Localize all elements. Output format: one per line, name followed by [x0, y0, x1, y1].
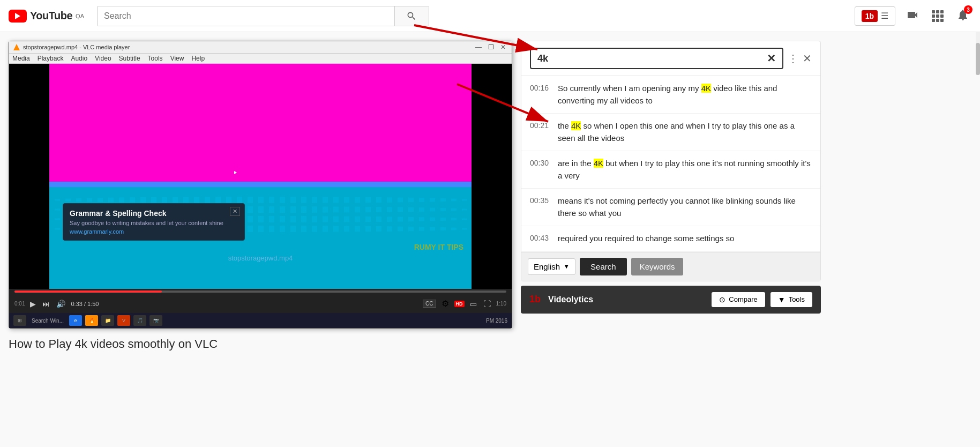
taskbar-browser2[interactable]: 🔥	[85, 315, 98, 326]
vlc-menu-audio[interactable]: Audio	[71, 55, 87, 62]
vlc-fullscreen-button[interactable]: ⛶	[482, 299, 492, 309]
vlc-title: stopstoragepwd.mp4 - VLC media player	[13, 44, 130, 50]
transcript-close-button[interactable]: ✕	[803, 52, 812, 65]
tools-icon: ▼	[778, 295, 786, 304]
transcript-text-3: means it's not coming perfectly you cann…	[558, 195, 812, 219]
vlc-menu-subtitle[interactable]: Subtitle	[119, 55, 140, 62]
vlc-window-controls: — ❐ ✕	[474, 43, 507, 51]
vlc-cone-icon	[13, 44, 20, 50]
transcript-time-4: 00:43	[530, 233, 549, 245]
compare-icon: ⊙	[719, 295, 725, 304]
vlc-controls: 0:01 ▶ ⏭ 🔊 0:33 / 1:50 CC ⚙ HD ▭ ⛶ 1:10	[9, 294, 512, 313]
vlc-titlebar: stopstoragepwd.mp4 - VLC media player — …	[9, 41, 512, 54]
logo-text: YouTube	[30, 10, 72, 22]
transcript-time-3: 00:35	[530, 195, 549, 219]
transcript-search-clear-button[interactable]: ✕	[767, 52, 776, 65]
taskbar-app3[interactable]: V	[117, 315, 130, 326]
search-input[interactable]	[98, 6, 394, 26]
vlc-progress-fill	[14, 290, 162, 293]
upload-icon	[906, 9, 919, 21]
vlc-cc-button[interactable]: CC	[423, 300, 436, 308]
vlc-volume-button[interactable]: 🔊	[55, 299, 66, 309]
grid-icon	[932, 10, 944, 22]
apps-button[interactable]	[930, 8, 946, 24]
vlc-close-button[interactable]: ✕	[499, 43, 507, 51]
youtube-logo[interactable]: YouTubeQA	[9, 10, 84, 23]
language-selector[interactable]: English ▼	[528, 258, 575, 275]
grammarly-desc: Say goodbye to writing mistakes and let …	[70, 220, 238, 226]
ib-menu-button[interactable]: 1b ☰	[855, 6, 895, 26]
vlc-pip-button[interactable]: ▭	[469, 299, 478, 309]
compare-button[interactable]: ⊙ Compare	[712, 292, 765, 307]
notification-badge: 3	[964, 5, 972, 14]
search-bar	[97, 6, 429, 26]
video-title: How to Play 4k videos smoothly on VLC	[9, 337, 512, 351]
vlc-menu-media[interactable]: Media	[12, 55, 30, 62]
transcript-more-options-button[interactable]: ⋮	[788, 52, 798, 65]
taskbar-time: PM 2016	[486, 318, 507, 324]
taskbar-folder[interactable]: 📁	[101, 315, 114, 326]
right-panel: ✕ ⋮ ✕	[521, 41, 821, 351]
vlc-menu-playback[interactable]: Playback	[38, 55, 64, 62]
vlc-time-display: 0:33 / 1:50	[71, 301, 99, 307]
vlc-minimize-button[interactable]: —	[474, 43, 483, 51]
vlc-next-button[interactable]: ⏭	[41, 299, 51, 309]
scrollbar-thumb	[976, 43, 980, 75]
compare-label: Compare	[729, 295, 757, 303]
videolytics-label: Videolytics	[548, 295, 593, 304]
videolytics-logo-icon: 1b	[529, 294, 541, 305]
language-label: English	[534, 262, 560, 271]
vlc-watermark2: stopstoragepwd.mp4	[228, 254, 293, 262]
transcript-text-4: required you required to change some set…	[558, 233, 734, 245]
vlc-magenta	[49, 64, 472, 187]
search-transcript-button[interactable]: Search	[580, 258, 627, 275]
vlc-play-button[interactable]: ▶	[29, 299, 37, 309]
transcript-search-box: ✕	[530, 48, 783, 69]
transcript-text-0: So currently when I am opening any my 4K…	[558, 83, 812, 107]
taskbar-browser1[interactable]: e	[69, 315, 82, 326]
transcript-time-2: 00:30	[530, 158, 549, 182]
keywords-button[interactable]: Keywords	[631, 258, 684, 275]
search-button[interactable]	[394, 6, 429, 26]
transcript-item-0[interactable]: 00:16 So currently when I am opening any…	[521, 76, 820, 114]
transcript-item-3[interactable]: 00:35 means it's not coming perfectly yo…	[521, 189, 820, 226]
taskbar-search-label: Search Win...	[32, 318, 64, 324]
page-scrollbar[interactable]	[976, 32, 980, 75]
vlc-settings-icon: ⚙	[440, 297, 450, 310]
tools-label: Tools	[789, 295, 805, 303]
grammarly-title: Grammar & Spelling Check	[70, 209, 238, 218]
vlc-menu-tools[interactable]: Tools	[148, 55, 163, 62]
vlc-progress-track[interactable]	[14, 290, 506, 293]
videolytics-panel: 1b Videolytics ⊙ Compare ▼ Tools	[521, 286, 821, 314]
main-content: stopstoragepwd.mp4 - VLC media player — …	[0, 32, 980, 360]
vlc-title-text: stopstoragepwd.mp4 - VLC media player	[23, 44, 130, 50]
transcript-item-2[interactable]: 00:30 are in the 4K but when I try to pl…	[521, 151, 820, 189]
taskbar-app4[interactable]: 🎵	[133, 315, 146, 326]
vlc-menu-help[interactable]: Help	[191, 55, 205, 62]
header-actions: 1b ☰ 3	[855, 6, 971, 26]
vlc-watermark: RUMY IT TIPS	[414, 243, 463, 251]
transcript-item-4[interactable]: 00:43 required you required to change so…	[521, 226, 820, 252]
grammarly-close-button[interactable]: ✕	[230, 207, 240, 216]
vlc-restore-button[interactable]: ❐	[487, 43, 496, 51]
transcript-text-2: are in the 4K but when I try to play thi…	[558, 158, 812, 182]
upload-button[interactable]	[904, 6, 921, 25]
notifications-button[interactable]: 3	[954, 6, 971, 25]
taskbar-start[interactable]: ⊞	[13, 315, 26, 326]
taskbar-app5[interactable]: 📷	[149, 315, 162, 326]
vlc-taskbar: ⊞ Search Win... e 🔥 📁 V 🎵 📷 PM 2016	[9, 313, 512, 328]
grammarly-popup: ✕ Grammar & Spelling Check Say goodbye t…	[63, 203, 245, 241]
vlc-black-left	[9, 64, 49, 289]
transcript-item-1[interactable]: 00:21 the 4K so when I open this one and…	[521, 114, 820, 151]
transcript-header: ✕ ⋮ ✕	[521, 41, 820, 76]
tools-button[interactable]: ▼ Tools	[770, 292, 812, 307]
vlc-hd-badge: HD	[454, 301, 465, 307]
transcript-footer: English ▼ Search Keywords	[521, 252, 820, 281]
transcript-search-input[interactable]	[537, 53, 762, 64]
vlc-start-time: 0:01	[14, 301, 25, 307]
vlc-end-time: 1:10	[496, 301, 506, 307]
vlc-menu-view[interactable]: View	[170, 55, 184, 62]
vlc-menu-video[interactable]: Video	[95, 55, 111, 62]
mouse-cursor	[234, 171, 238, 175]
ib-logo: 1b	[862, 10, 878, 22]
